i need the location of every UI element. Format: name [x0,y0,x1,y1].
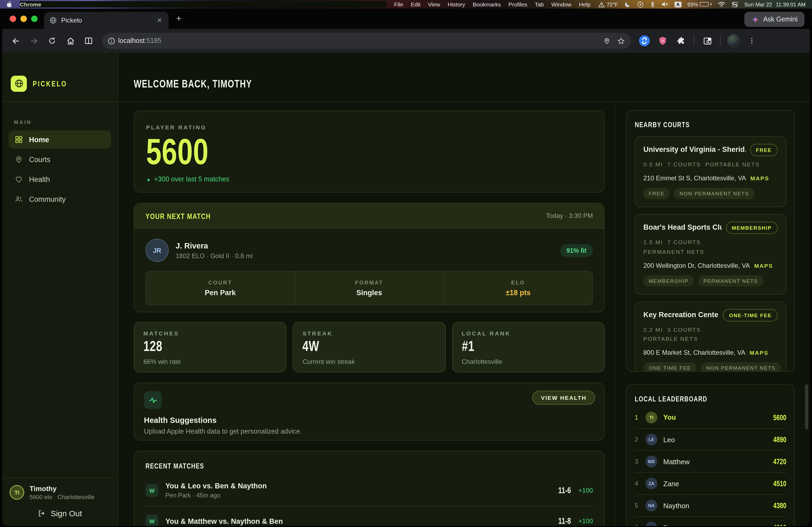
page-title: WELCOME BACK, TIMOTHY [134,78,252,90]
menubar-item-window[interactable]: Window [551,1,571,7]
user-info[interactable]: TI Timothy 5600 elo · Charlottesville [10,485,110,500]
leaderboard-row[interactable]: 1 TI You 5600 [635,406,786,428]
focus-moon-icon[interactable] [624,1,631,8]
location-pin-icon[interactable] [600,34,614,48]
page-scrollbar[interactable] [805,384,808,429]
browser-toolbar: localhost:5185 U [2,29,810,52]
svg-text:U: U [661,39,664,43]
sidebar-item-home[interactable]: Home [9,131,111,149]
detail-format: FORMAT Singles [294,272,444,305]
court-badge: FREE [750,144,778,156]
sidebar-item-community[interactable]: Community [9,190,111,208]
battery-status[interactable]: 93% [687,1,712,7]
menubar-item-file[interactable]: File [394,1,403,7]
menubar-item-history[interactable]: History [448,1,465,7]
leaderboard-row[interactable]: 4 ZA Zane 4510 [635,472,786,494]
side-panel-icon[interactable] [81,33,97,49]
ask-gemini-button[interactable]: Ask Gemini [744,12,804,27]
wifi-icon[interactable] [717,1,726,7]
menubar-item-bookmarks[interactable]: Bookmarks [473,1,501,7]
court-card[interactable]: University of Virginia - Sherid… FREE 0.… [635,136,786,207]
court-name: University of Virginia - Sherid… [643,144,746,153]
rating-trend: ▲ +300 over last 5 matches [146,175,592,183]
view-health-button[interactable]: VIEW HEALTH [532,391,595,405]
menubar-item-tab[interactable]: Tab [535,1,544,7]
menubar-item-chrome[interactable]: Chrome [20,1,387,7]
maps-link[interactable]: MAPS [754,262,773,269]
court-card[interactable]: Boar's Head Sports Club MEMBERSHIP 1.5 M… [635,214,786,295]
browser-tab[interactable]: Pickelo ✕ [44,12,169,29]
next-match-card: YOUR NEXT MATCH Today · 3:30 PM JR J. Ri… [134,203,605,312]
win-badge: W [146,515,158,526]
minimize-window-button[interactable] [20,16,27,22]
user-name: Timothy [30,485,95,493]
mute-icon[interactable] [661,1,669,7]
sidebar-item-label: Community [29,195,66,203]
match-row[interactable]: W You & Leo vs. Ben & Naython Pen Park ·… [146,474,593,506]
rating-value: 5600 [146,135,209,168]
input-source-icon[interactable]: A [675,1,682,7]
back-button[interactable] [8,33,24,49]
menubar-clock[interactable]: Sun Mar 22 11:39:01 AM [744,1,806,7]
menubar-item-help[interactable]: Help [579,1,591,7]
site-info-icon[interactable] [104,34,118,48]
stat-matches: MATCHES 128 66% win rate [134,322,287,373]
menubar-item-profiles[interactable]: Profiles [508,1,527,7]
play-circle-icon[interactable] [637,1,644,8]
maps-link[interactable]: MAPS [750,349,768,356]
kebab-menu-icon[interactable] [744,33,760,49]
bookmark-star-icon[interactable] [614,34,628,48]
reload-button[interactable] [44,33,60,49]
rating-label: PLAYER RATING [146,124,592,131]
leaderboard-avatar: BE [646,522,657,526]
shazam-extension-icon[interactable] [636,33,653,49]
sidebar-item-courts[interactable]: Courts [9,150,111,168]
tab-close-icon[interactable]: ✕ [156,17,163,24]
player-rating-card: PLAYER RATING 5600 ▲ +300 over last 5 ma… [134,110,605,193]
maps-link[interactable]: MAPS [750,175,769,181]
nav-section-label: MAIN [14,119,111,125]
profile-avatar[interactable] [726,33,742,49]
menubar-item-view[interactable]: View [428,1,440,7]
leaderboard-row[interactable]: 2 LE Leo 4890 [635,428,786,450]
menubar-item-edit[interactable]: Edit [411,1,420,7]
battery-icon [700,2,709,7]
ublock-extension-icon[interactable]: U [655,33,671,49]
leaderboard-avatar: ZA [646,478,657,490]
stats-row: MATCHES 128 66% win rate STREAK 4W Curre… [134,322,605,373]
sign-out-button[interactable]: Sign Out [10,500,110,526]
leaderboard-row[interactable]: 5 NA Naython 4380 [635,494,786,516]
up-triangle-icon: ▲ [146,176,151,182]
forward-button[interactable] [26,33,42,49]
court-tag: MEMBERSHIP [643,275,694,286]
control-center-icon[interactable] [731,1,738,8]
toolbar-separator [694,36,694,46]
sign-out-icon [38,509,46,517]
local-leaderboard-panel: LOCAL LEADERBOARD 1 TI You 5600 2 LE Leo [626,384,795,526]
weather-status[interactable]: 72°F [598,1,618,7]
health-title: Health Suggestions [144,416,595,424]
apple-menu-icon[interactable] [6,0,12,8]
leaderboard-row[interactable]: 3 MS Matthew 4720 [635,450,786,472]
zoom-window-button[interactable] [31,16,38,22]
match-row[interactable]: W You & Matthew vs. Naython & Ben 11-8 +… [146,506,593,526]
pulse-icon [144,391,162,409]
sidebar-user-block: TI Timothy 5600 elo · Charlottesville Si… [2,478,118,526]
extensions-puzzle-icon[interactable] [673,33,689,49]
court-card[interactable]: Key Recreation Center ONE-TIME FEE 2.2 M… [635,301,786,372]
sidebar-item-health[interactable]: Health [9,170,111,189]
next-match-title: YOUR NEXT MATCH [146,211,211,220]
home-button[interactable] [62,33,78,49]
side-search-icon[interactable] [699,33,715,49]
bluetooth-icon[interactable] [650,1,655,8]
new-tab-button[interactable]: + [176,13,182,24]
court-tag: ONE TIME FEE [643,362,697,372]
sidebar-nav: MAIN Home Courts Health [2,102,118,478]
court-tag: NON PERMANENT NETS [674,188,754,199]
leaderboard-avatar: LE [646,434,657,446]
close-window-button[interactable] [10,16,16,22]
leaderboard-row[interactable]: 6 BE Ben 4210 [635,516,786,526]
recent-matches-title: RECENT MATCHES [146,462,204,470]
court-name: Boar's Head Sports Club [643,222,722,231]
address-bar[interactable]: localhost:5185 [102,33,631,49]
